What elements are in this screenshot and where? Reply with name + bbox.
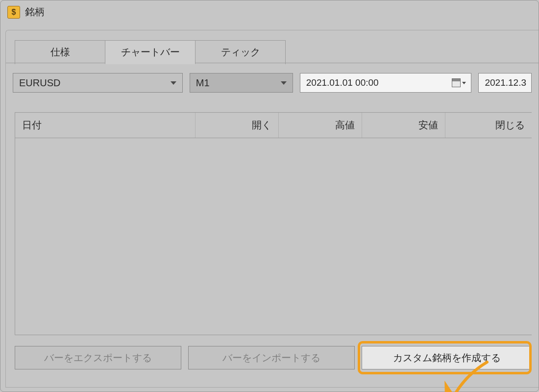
- controls-row: EURUSD M1 2021.01.01 00:00 2021.12.3: [13, 73, 532, 93]
- calendar-picker-icon[interactable]: [452, 78, 466, 87]
- title-bar: $ 銘柄: [0, 0, 539, 24]
- tab-tick[interactable]: ティック: [195, 40, 286, 64]
- chevron-down-icon: [462, 82, 466, 84]
- window-title: 銘柄: [25, 5, 45, 19]
- symbol-dropdown[interactable]: EURUSD: [13, 73, 183, 93]
- timeframe-value: M1: [196, 77, 210, 89]
- tab-chartbar[interactable]: チャートバー: [105, 40, 196, 64]
- chevron-down-icon: [171, 81, 176, 85]
- date-end-value: 2021.12.3: [485, 77, 526, 88]
- data-table: 日付 開く 高値 安値 閉じる: [15, 112, 532, 335]
- export-bars-button[interactable]: バーをエクスポートする: [15, 346, 181, 369]
- calendar-icon: [452, 78, 461, 87]
- column-header-high[interactable]: 高値: [279, 113, 362, 138]
- create-custom-symbol-button[interactable]: カスタム銘柄を作成する: [362, 346, 532, 369]
- tab-spec[interactable]: 仕様: [15, 40, 105, 64]
- column-header-close[interactable]: 閉じる: [445, 113, 532, 138]
- symbol-value: EURUSD: [19, 77, 60, 89]
- import-bars-button[interactable]: バーをインポートする: [188, 346, 355, 369]
- tab-bar: 仕様 チャートバー ティック: [15, 40, 539, 64]
- column-header-low[interactable]: 安値: [362, 113, 445, 138]
- timeframe-dropdown[interactable]: M1: [190, 73, 293, 93]
- table-header-row: 日付 開く 高値 安値 閉じる: [15, 113, 532, 138]
- client-area: 仕様 チャートバー ティック EURUSD M1 2021.01.01 00:0…: [5, 30, 539, 388]
- chevron-down-icon: [281, 81, 287, 85]
- tab-content: EURUSD M1 2021.01.01 00:00 2021.12.3: [6, 63, 539, 376]
- create-custom-wrapper: カスタム銘柄を作成する: [362, 346, 532, 369]
- date-end-input[interactable]: 2021.12.3: [478, 73, 532, 93]
- column-header-open[interactable]: 開く: [196, 113, 279, 138]
- dollar-icon: $: [7, 6, 20, 19]
- symbol-window: $ 銘柄 仕様 チャートバー ティック EURUSD M1 2021.01.01…: [0, 0, 539, 392]
- column-header-date[interactable]: 日付: [15, 113, 196, 138]
- date-start-value: 2021.01.01 00:00: [306, 77, 379, 88]
- date-start-input[interactable]: 2021.01.01 00:00: [300, 73, 472, 93]
- bottom-button-row: バーをエクスポートする バーをインポートする カスタム銘柄を作成する: [13, 346, 532, 369]
